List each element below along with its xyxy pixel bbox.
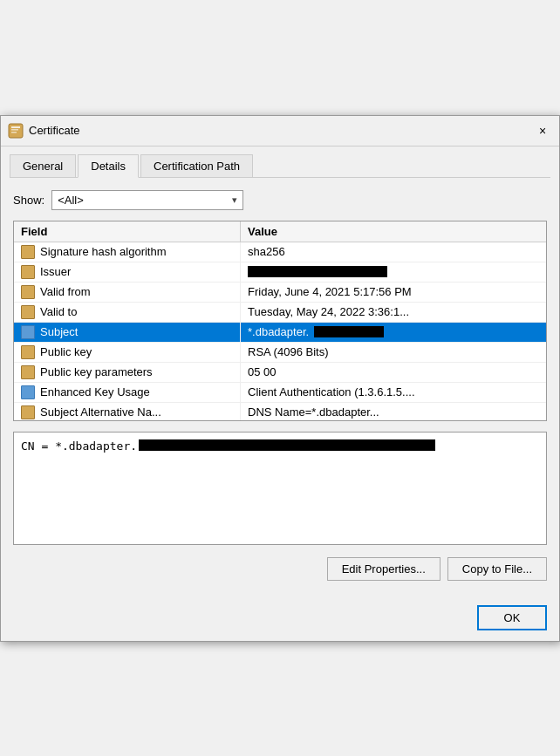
show-value: <All> [58, 194, 84, 207]
table-row[interactable]: Enhanced Key Usage Client Authentication… [14, 383, 546, 403]
col-value: Value [241, 221, 546, 242]
field-cell: Valid to [14, 303, 241, 322]
field-cell: Public key parameters [14, 363, 241, 382]
detail-text: CN = *.dbadapter. [21, 439, 137, 453]
field-name: Public key parameters [40, 365, 153, 378]
redacted-detail [139, 439, 435, 451]
detail-content: CN = *.dbadapter. [21, 439, 539, 453]
table-row[interactable]: Public key parameters 05 00 [14, 363, 546, 383]
value-cell: DNS Name=*.dbadapter... [241, 403, 546, 421]
value-cell: sha256 [241, 242, 546, 262]
action-buttons: Edit Properties... Copy to File... [13, 557, 547, 581]
table-row[interactable]: Valid to Tuesday, May 24, 2022 3:36:1... [14, 303, 546, 323]
field-cell: Subject Alternative Na... [14, 403, 241, 421]
table-row[interactable]: Issuer [14, 262, 546, 283]
show-dropdown[interactable]: <All> ▾ [51, 190, 243, 210]
field-icon [21, 365, 35, 379]
ok-row: OK [1, 605, 559, 641]
field-icon [21, 345, 35, 359]
field-value: DNS Name=*.dbadapter... [248, 405, 379, 419]
field-name: Enhanced Key Usage [40, 385, 150, 398]
value-cell: *.dbadapter. [241, 323, 546, 342]
table-header: Field Value [14, 221, 546, 242]
field-cell: Valid from [14, 283, 241, 302]
field-value: Client Authentication (1.3.6.1.5.... [248, 385, 415, 398]
field-value: *.dbadapter. [248, 325, 309, 338]
field-name: Valid to [40, 305, 77, 318]
tab-cert-path[interactable]: Certification Path [140, 154, 253, 178]
field-value: Friday, June 4, 2021 5:17:56 PM [248, 285, 412, 298]
field-name: Subject [40, 325, 78, 338]
svg-rect-3 [11, 132, 17, 133]
value-cell: Tuesday, May 24, 2022 3:36:1... [241, 303, 546, 322]
field-cell: Enhanced Key Usage [14, 383, 241, 402]
field-icon [21, 405, 35, 419]
field-value: 05 00 [248, 365, 277, 378]
col-field: Field [14, 221, 241, 242]
redacted-value [248, 266, 387, 277]
field-name: Subject Alternative Na... [40, 405, 161, 419]
copy-to-file-button[interactable]: Copy to File... [447, 557, 547, 581]
field-cell: Subject [14, 323, 241, 342]
chevron-down-icon: ▾ [232, 194, 237, 206]
show-row: Show: <All> ▾ [13, 190, 547, 210]
field-value: RSA (4096 Bits) [248, 345, 329, 358]
field-icon [21, 285, 35, 299]
show-label: Show: [13, 194, 44, 207]
title-bar: Certificate × [1, 116, 559, 146]
fields-table: Field Value Signature hash algorithm sha… [13, 221, 547, 421]
field-cell: Issuer [14, 262, 241, 282]
field-name: Valid from [40, 285, 91, 298]
value-cell: 05 00 [241, 363, 546, 382]
dialog-title: Certificate [29, 124, 80, 137]
field-icon [21, 245, 35, 259]
certificate-dialog: Certificate × General Details Certificat… [0, 115, 560, 642]
field-cell: Public key [14, 343, 241, 362]
detail-box: CN = *.dbadapter. [13, 432, 547, 545]
tab-general[interactable]: General [10, 154, 76, 178]
field-value: Tuesday, May 24, 2022 3:36:1... [248, 305, 409, 318]
tabs-container: General Details Certification Path [1, 146, 559, 177]
svg-rect-0 [9, 124, 23, 138]
svg-rect-2 [11, 129, 18, 131]
table-row[interactable]: Signature hash algorithm sha256 [14, 242, 546, 262]
value-cell: Client Authentication (1.3.6.1.5.... [241, 383, 546, 402]
tab-content: Show: <All> ▾ Field Value Signature hash… [1, 178, 559, 605]
title-bar-left: Certificate [8, 123, 80, 139]
field-icon [21, 325, 35, 339]
field-name: Signature hash algorithm [40, 245, 167, 258]
field-cell: Signature hash algorithm [14, 242, 241, 262]
field-icon [21, 265, 35, 279]
value-cell: RSA (4096 Bits) [241, 343, 546, 362]
redacted-value [314, 326, 384, 337]
field-name: Public key [40, 345, 92, 358]
table-row-selected[interactable]: Subject *.dbadapter. [14, 323, 546, 343]
field-icon [21, 385, 35, 399]
edit-properties-button[interactable]: Edit Properties... [327, 557, 440, 581]
table-row[interactable]: Subject Alternative Na... DNS Name=*.dba… [14, 403, 546, 421]
table-row[interactable]: Valid from Friday, June 4, 2021 5:17:56 … [14, 283, 546, 303]
field-value: sha256 [248, 245, 285, 258]
field-icon [21, 305, 35, 319]
ok-button[interactable]: OK [477, 605, 547, 630]
cert-icon [8, 123, 24, 139]
value-cell: Friday, June 4, 2021 5:17:56 PM [241, 283, 546, 302]
tab-details[interactable]: Details [78, 154, 139, 178]
svg-rect-1 [11, 126, 20, 128]
field-name: Issuer [40, 265, 71, 278]
close-button[interactable]: × [533, 121, 552, 140]
value-cell [241, 262, 546, 282]
table-row[interactable]: Public key RSA (4096 Bits) [14, 343, 546, 363]
